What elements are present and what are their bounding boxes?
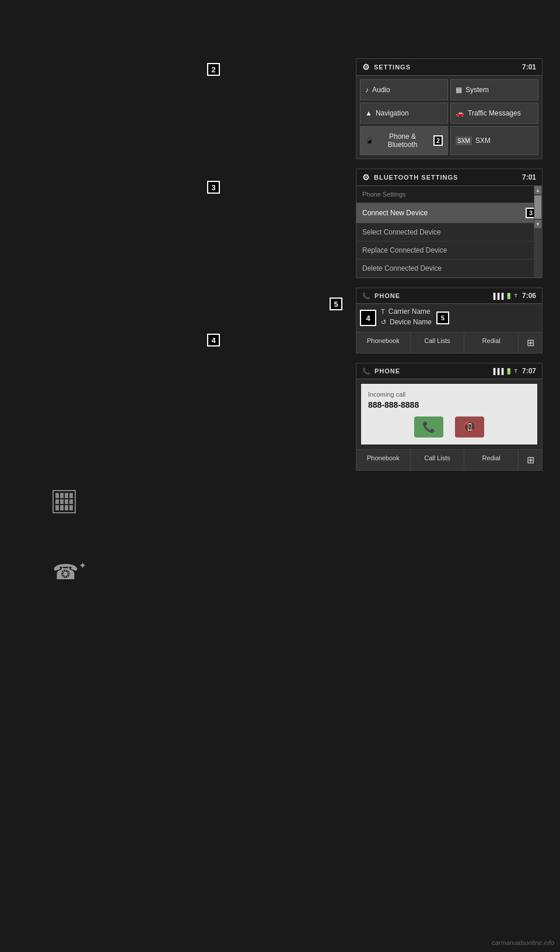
phone-info-area: 4 T Carrier Name ↺ Device Name 5	[356, 304, 542, 332]
incoming-grid-button[interactable]: ⊞	[519, 450, 542, 470]
connect-new-device-item[interactable]: Connect New Device 3	[356, 203, 542, 223]
sxm-icon: SXM	[456, 136, 472, 145]
reject-icon: 📵	[463, 421, 476, 433]
bluetooth-title: ⚙ BLUETOOTH SETTINGS	[362, 173, 458, 182]
settings-screen: ⚙ SETTINGS 7:01 ♪ Audio ▦ System ▲ Navig…	[356, 58, 542, 159]
settings-title: ⚙ SETTINGS	[362, 62, 411, 72]
select-connected-device-item[interactable]: Select Connected Device	[356, 223, 542, 242]
incoming-type-indicator: T	[514, 368, 517, 374]
redial-button[interactable]: Redial	[464, 332, 519, 353]
bluetooth-screen-header: ⚙ BLUETOOTH SETTINGS 7:01	[356, 169, 542, 186]
bluetooth-screen: ⚙ BLUETOOTH SETTINGS 7:01 Phone Settings…	[356, 169, 542, 278]
incoming-status-icons: ▐▐▐ 🔋 T	[491, 368, 517, 374]
settings-time: 7:01	[522, 63, 536, 71]
incoming-phonebook-button[interactable]: Phonebook	[356, 450, 411, 470]
incoming-redial-button[interactable]: Redial	[464, 450, 519, 470]
scroll-down-arrow[interactable]: ▼	[534, 220, 541, 228]
phone-screen-time: 7:06	[522, 292, 536, 300]
replace-connected-device-item[interactable]: Replace Connected Device	[356, 242, 542, 260]
battery-icon: 🔋	[505, 293, 512, 299]
reject-call-button[interactable]: 📵	[455, 416, 484, 438]
step-badge-5: 5	[330, 298, 342, 310]
signal-icon: ▐▐▐	[491, 293, 503, 299]
incoming-bottom-bar: Phonebook Call Lists Redial ⊞	[356, 449, 542, 470]
scroll-up-arrow[interactable]: ▲	[534, 186, 541, 194]
grid-button[interactable]: ⊞	[519, 332, 542, 353]
phone-info: T Carrier Name ↺ Device Name	[381, 307, 432, 328]
phone-bottom-bar: Phonebook Call Lists Redial ⊞	[356, 332, 542, 353]
bluetooth-scrollbar[interactable]: ▲ ▼	[534, 186, 542, 278]
call-action-buttons: 📞 📵	[368, 416, 530, 438]
traffic-icon: 🚗	[456, 109, 464, 117]
incoming-screen-title: 📞 PHONE	[362, 368, 400, 375]
incoming-screen-header: 📞 PHONE ▐▐▐ 🔋 T 7:07	[356, 363, 542, 379]
carrier-icon: T	[381, 308, 385, 315]
step-badge-2: 2	[207, 63, 220, 76]
phone-bluetooth-button[interactable]: 📱 Phone & Bluetooth 2	[360, 126, 448, 155]
bluetooth-time: 7:01	[522, 173, 536, 181]
phone-bluetooth-badge: 2	[433, 135, 443, 146]
phonebook-button[interactable]: Phonebook	[356, 332, 411, 353]
badge-5-inline: 5	[436, 312, 449, 324]
step-badge-4: 4	[207, 334, 220, 346]
incoming-phone-icon: 📞	[362, 368, 371, 375]
phone-ring-icon: ☎✦	[52, 560, 86, 584]
phone-header-icon: 📞	[362, 292, 371, 300]
navigation-button[interactable]: ▲ Navigation	[360, 103, 448, 124]
phone-screen-header: 📞 PHONE ▐▐▐ 🔋 T 7:06	[356, 288, 542, 304]
watermark: carmanualsonline.info	[492, 939, 554, 946]
phone-screen-title: 📞 PHONE	[362, 292, 400, 300]
audio-button[interactable]: ♪ Audio	[360, 79, 448, 100]
incoming-call-lists-button[interactable]: Call Lists	[411, 450, 465, 470]
settings-grid: ♪ Audio ▦ System ▲ Navigation 🚗 Traffic …	[356, 76, 542, 159]
incoming-call-number: 888-888-8888	[368, 400, 530, 410]
grid-icon	[52, 490, 76, 513]
system-button[interactable]: ▦ System	[450, 79, 538, 100]
delete-connected-device-item[interactable]: Delete Connected Device	[356, 260, 542, 278]
incoming-battery-icon: 🔋	[505, 368, 512, 374]
phone-status-icons: ▐▐▐ 🔋 T	[491, 293, 517, 299]
badge-4-inline: 4	[360, 310, 376, 326]
sxm-button[interactable]: SXM SXM	[450, 126, 538, 155]
traffic-messages-button[interactable]: 🚗 Traffic Messages	[450, 103, 538, 124]
bluetooth-gear-icon: ⚙	[362, 173, 370, 182]
step-badge-3: 3	[207, 181, 220, 194]
gear-icon: ⚙	[362, 62, 370, 72]
carrier-name-text: Carrier Name	[388, 307, 430, 316]
incoming-call-screen: 📞 PHONE ▐▐▐ 🔋 T 7:07 Incoming call 888-8…	[356, 363, 542, 471]
type-indicator: T	[514, 293, 517, 299]
scrollbar-thumb[interactable]	[534, 195, 541, 219]
phone-settings-item: Phone Settings	[356, 186, 542, 203]
device-icon: ↺	[381, 318, 386, 326]
call-lists-button[interactable]: Call Lists	[411, 332, 465, 353]
carrier-name-line: T Carrier Name	[381, 307, 432, 316]
phone-screen: 📞 PHONE ▐▐▐ 🔋 T 7:06 4	[356, 288, 542, 354]
system-icon: ▦	[456, 86, 462, 94]
page-container: 2 3 4 5 ☎✦ ⚙ SETTINGS 7:01	[0, 0, 560, 952]
incoming-call-label: Incoming call	[368, 391, 530, 398]
bluetooth-list-wrapper: Phone Settings Connect New Device 3 Sele…	[356, 186, 542, 278]
right-column: ⚙ SETTINGS 7:01 ♪ Audio ▦ System ▲ Navig…	[356, 58, 542, 480]
incoming-screen-time: 7:07	[522, 367, 536, 375]
bluetooth-list: Phone Settings Connect New Device 3 Sele…	[356, 186, 542, 278]
answer-call-button[interactable]: 📞	[414, 416, 443, 438]
device-name-text: Device Name	[390, 318, 432, 326]
music-icon: ♪	[365, 86, 369, 94]
answer-icon: 📞	[422, 421, 435, 433]
navigation-icon: ▲	[365, 109, 372, 117]
incoming-signal-icon: ▐▐▐	[491, 368, 503, 374]
device-name-line: ↺ Device Name	[381, 318, 432, 326]
settings-screen-header: ⚙ SETTINGS 7:01	[356, 59, 542, 76]
phone-icon: 📱	[365, 136, 374, 145]
incoming-call-card: Incoming call 888-888-8888 📞 📵	[361, 384, 537, 444]
